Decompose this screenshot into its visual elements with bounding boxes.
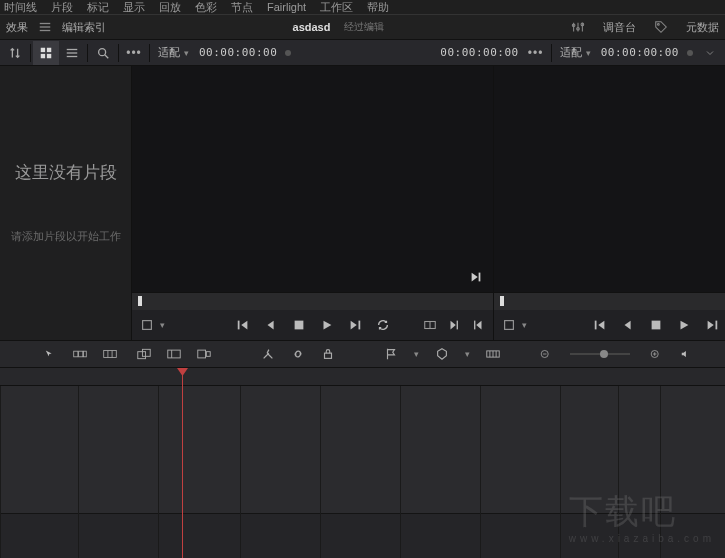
bin-empty-subtitle: 请添加片段以开始工作 (11, 228, 121, 245)
out-point-button[interactable] (471, 318, 485, 332)
svg-rect-26 (457, 321, 458, 330)
in-point-button[interactable] (447, 318, 461, 332)
loop-button[interactable] (376, 318, 390, 332)
replace-clip-icon[interactable] (137, 347, 151, 361)
first-frame-button[interactable] (236, 318, 250, 332)
step-back-button[interactable] (621, 318, 635, 332)
list-icon (38, 20, 52, 34)
edit-index-toggle[interactable]: 编辑索引 (62, 20, 106, 35)
svg-rect-32 (74, 351, 78, 357)
stop-button[interactable] (649, 318, 663, 332)
speaker-icon[interactable] (680, 347, 689, 361)
svg-rect-43 (207, 352, 211, 357)
left-viewer-timecode[interactable]: 00:00:00:00 (195, 46, 281, 59)
zoom-in-button[interactable] (650, 347, 659, 361)
sliders-icon (571, 20, 585, 34)
svg-rect-35 (104, 351, 117, 358)
chevron-down-icon[interactable]: ▾ (465, 349, 470, 359)
bin-toolbar: ••• 适配 ▾ 00:00:00:00 00:00:00:00 ••• 适配 … (0, 40, 725, 66)
tag-icon (654, 20, 668, 34)
scrub-head[interactable] (500, 296, 504, 306)
next-icon[interactable] (469, 270, 483, 284)
audio-track[interactable] (0, 514, 725, 558)
last-frame-button[interactable] (348, 318, 362, 332)
menu-color[interactable]: 色彩 (195, 0, 217, 15)
list-view-button[interactable] (59, 41, 85, 65)
menu-help[interactable]: 帮助 (367, 0, 389, 15)
svg-rect-20 (143, 321, 152, 330)
sort-toggle[interactable] (2, 41, 28, 65)
menu-clip[interactable]: 片段 (51, 0, 73, 15)
playhead[interactable] (182, 368, 183, 558)
media-bin[interactable]: 这里没有片段 请添加片段以开始工作 (0, 66, 132, 340)
video-track[interactable] (0, 386, 725, 514)
menu-fairlight[interactable]: Fairlight (267, 1, 306, 13)
insert-clip-icon[interactable] (73, 347, 87, 361)
last-frame-button[interactable] (705, 318, 719, 332)
first-frame-button[interactable] (593, 318, 607, 332)
menu-view[interactable]: 显示 (123, 0, 145, 15)
stop-button[interactable] (292, 318, 306, 332)
crop-overlay-icon[interactable] (140, 318, 154, 332)
right-source-timecode[interactable]: 00:00:00:00 (436, 46, 522, 59)
chevron-down-icon[interactable]: ▾ (414, 349, 419, 359)
mixer-toggle[interactable]: 调音台 (603, 20, 636, 35)
play-button[interactable] (677, 318, 691, 332)
overwrite-clip-icon[interactable] (103, 347, 117, 361)
svg-rect-38 (138, 352, 146, 359)
play-button[interactable] (320, 318, 334, 332)
step-back-button[interactable] (264, 318, 278, 332)
timeline-tracks[interactable] (0, 386, 725, 558)
menu-playback[interactable]: 回放 (159, 0, 181, 15)
link-tool[interactable] (291, 347, 305, 361)
source-viewer: ▾ (132, 66, 494, 340)
scrub-head[interactable] (138, 296, 142, 306)
more-options-button[interactable]: ••• (121, 41, 147, 65)
grid-view-button[interactable] (33, 41, 59, 65)
timeline-scrubber[interactable] (494, 292, 725, 310)
svg-point-9 (658, 24, 660, 26)
menu-node[interactable]: 节点 (231, 0, 253, 15)
right-viewer-zoom[interactable]: 适配 ▾ (554, 45, 597, 60)
left-viewer-zoom[interactable]: 适配 ▾ (152, 45, 195, 60)
append-clip-icon[interactable] (197, 347, 211, 361)
source-canvas[interactable] (132, 66, 493, 292)
panel-bar: 效果 编辑索引 asdasd 经过编辑 调音台 元数据 (0, 14, 725, 40)
flag-tool[interactable] (384, 347, 398, 361)
menu-workspace[interactable]: 工作区 (320, 0, 353, 15)
crop-overlay-icon[interactable] (502, 318, 516, 332)
timeline-viewer: ▾ (494, 66, 725, 340)
selection-tool[interactable] (44, 347, 53, 361)
source-scrubber[interactable] (132, 292, 493, 310)
chevron-down-icon[interactable]: ▾ (522, 320, 527, 330)
match-frame-button[interactable] (423, 318, 437, 332)
right-viewer-timecode[interactable]: 00:00:00:00 (597, 46, 683, 59)
menu-timeline[interactable]: 时间线 (4, 0, 37, 15)
timeline-canvas[interactable] (494, 66, 725, 292)
metadata-toggle[interactable]: 元数据 (686, 20, 719, 35)
snap-tool[interactable] (486, 347, 500, 361)
svg-rect-44 (324, 353, 331, 358)
zoom-slider[interactable] (570, 353, 631, 355)
viewer-expand-button[interactable] (697, 41, 723, 65)
effects-library-toggle[interactable]: 效果 (6, 20, 28, 35)
menu-bar: 时间线 片段 标记 显示 回放 色彩 节点 Fairlight 工作区 帮助 (0, 0, 725, 14)
zoom-knob[interactable] (600, 350, 608, 358)
svg-rect-12 (41, 53, 45, 57)
lock-tool[interactable] (321, 347, 335, 361)
svg-rect-30 (652, 321, 661, 330)
timeline-panel (0, 368, 725, 558)
chevron-down-icon: ▾ (184, 48, 189, 58)
svg-rect-21 (237, 321, 239, 330)
blade-tool[interactable] (261, 347, 275, 361)
marker-tool[interactable] (435, 347, 449, 361)
timeline-ruler[interactable] (0, 368, 725, 386)
more-options-mid[interactable]: ••• (523, 41, 549, 65)
chevron-down-icon[interactable]: ▾ (160, 320, 165, 330)
zoom-out-button[interactable] (540, 347, 549, 361)
menu-mark[interactable]: 标记 (87, 0, 109, 15)
svg-rect-31 (716, 321, 718, 330)
svg-rect-33 (79, 351, 83, 357)
search-button[interactable] (90, 41, 116, 65)
fit-to-fill-icon[interactable] (167, 347, 181, 361)
